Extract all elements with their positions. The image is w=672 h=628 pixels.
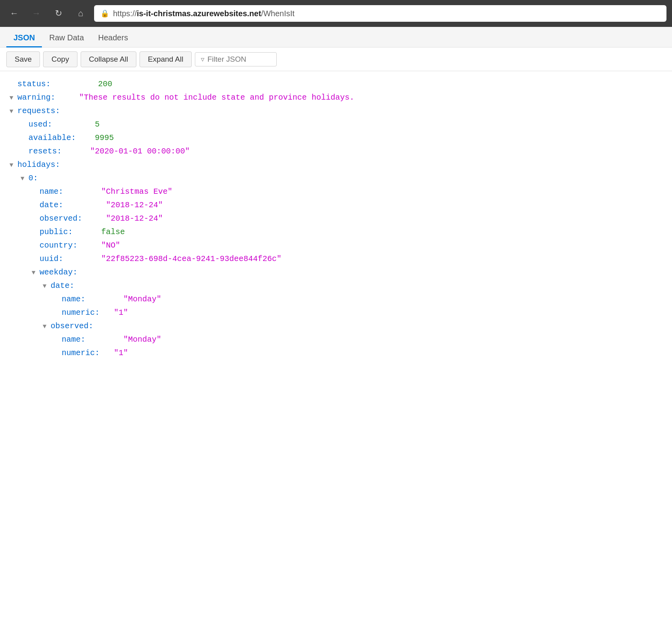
filter-input-wrap: ▿ (195, 52, 277, 66)
json-row-requests: requests: (9, 104, 663, 118)
holidays-toggle[interactable] (9, 160, 17, 171)
json-row-used: used: 5 (9, 118, 663, 131)
json-row-weekday-date-name: name: "Monday" (9, 293, 663, 306)
val-uuid: "22f85223-698d-4cea-9241-93dee844f26c" (101, 252, 281, 266)
json-row-observed: observed: "2018-12-24" (9, 212, 663, 225)
val-weekday-date-numeric: "1" (114, 306, 128, 320)
key-resets: resets: (28, 145, 62, 158)
val-date: "2018-12-24" (106, 199, 163, 212)
json-content: status: 200 warning: "These results do n… (0, 71, 672, 366)
key-country: country: (40, 239, 77, 252)
tab-raw-data[interactable]: Raw Data (42, 29, 91, 47)
val-name: "Christmas Eve" (101, 185, 172, 199)
json-row-weekday-date-numeric: numeric: "1" (9, 306, 663, 320)
key-name: name: (40, 185, 63, 199)
val-weekday-date-name: "Monday" (123, 293, 161, 306)
expand-all-button[interactable]: Expand All (140, 51, 192, 67)
copy-button[interactable]: Copy (43, 51, 77, 67)
json-row-holidays: holidays: (9, 158, 663, 172)
browser-chrome: ← → ↻ ⌂ 🔒 https://is-it-christmas.azurew… (0, 0, 672, 27)
url-domain: is-it-christmas.azurewebsites.net (137, 9, 261, 18)
json-row-resets: resets: "2020-01-01 00:00:00" (9, 145, 663, 158)
val-public: false (101, 225, 125, 239)
json-row-weekday: weekday: (9, 266, 663, 279)
lock-icon: 🔒 (100, 9, 109, 18)
json-row-name: name: "Christmas Eve" (9, 185, 663, 199)
key-date: date: (40, 199, 63, 212)
tab-headers[interactable]: Headers (91, 29, 135, 47)
key-available: available: (28, 131, 76, 145)
json-row-country: country: "NO" (9, 239, 663, 252)
weekday-date-toggle[interactable] (43, 281, 51, 292)
json-row-status: status: 200 (9, 78, 663, 91)
holiday-0-toggle[interactable] (21, 174, 28, 184)
val-country: "NO" (101, 239, 120, 252)
json-row-date: date: "2018-12-24" (9, 199, 663, 212)
json-row-weekday-date: date: (9, 279, 663, 293)
key-used: used: (28, 118, 52, 131)
val-weekday-observed-numeric: "1" (114, 346, 128, 360)
key-weekday: weekday: (40, 266, 77, 279)
reload-button[interactable]: ↻ (50, 5, 67, 22)
key-weekday-observed-name: name: (62, 333, 85, 346)
address-bar: 🔒 https://is-it-christmas.azurewebsites.… (94, 5, 666, 22)
warning-toggle[interactable] (9, 93, 17, 104)
val-available: 9995 (95, 131, 114, 145)
json-row-holiday-0: 0: (9, 172, 663, 185)
key-observed: observed: (40, 212, 82, 225)
url-text: https://is-it-christmas.azurewebsites.ne… (113, 9, 294, 18)
weekday-observed-toggle[interactable] (43, 322, 51, 332)
key-weekday-observed-numeric: numeric: (62, 346, 100, 360)
json-row-available: available: 9995 (9, 131, 663, 145)
home-button[interactable]: ⌂ (72, 5, 89, 22)
key-public: public: (40, 225, 73, 239)
json-row-warning: warning: "These results do not include s… (9, 91, 663, 104)
save-button[interactable]: Save (6, 51, 40, 67)
json-row-public: public: false (9, 225, 663, 239)
url-prefix: https:// (113, 9, 137, 18)
val-observed: "2018-12-24" (106, 212, 163, 225)
json-row-weekday-observed: observed: (9, 320, 663, 333)
back-button[interactable]: ← (6, 5, 23, 22)
key-holiday-0: 0: (28, 172, 38, 185)
key-holidays: holidays: (17, 158, 60, 172)
key-status: status: (17, 78, 51, 91)
key-requests: requests: (17, 104, 60, 118)
tab-bar: JSON Raw Data Headers (0, 27, 672, 47)
val-weekday-observed-name: "Monday" (123, 333, 161, 346)
json-row-uuid: uuid: "22f85223-698d-4cea-9241-93dee844f… (9, 252, 663, 266)
filter-icon: ▿ (201, 55, 204, 64)
forward-button[interactable]: → (28, 5, 45, 22)
filter-json-input[interactable] (208, 55, 271, 64)
key-uuid: uuid: (40, 252, 63, 266)
val-status: 200 (98, 78, 112, 91)
action-bar: Save Copy Collapse All Expand All ▿ (0, 47, 672, 71)
requests-toggle[interactable] (9, 106, 17, 117)
collapse-all-button[interactable]: Collapse All (81, 51, 136, 67)
val-used: 5 (95, 118, 100, 131)
url-path: /WhenIsIt (261, 9, 294, 18)
key-weekday-observed: observed: (51, 320, 93, 333)
val-warning: "These results do not include state and … (79, 91, 354, 104)
weekday-toggle[interactable] (32, 268, 40, 278)
key-warning: warning: (17, 91, 55, 104)
key-weekday-date-name: name: (62, 293, 85, 306)
json-row-weekday-observed-name: name: "Monday" (9, 333, 663, 346)
tab-json[interactable]: JSON (6, 29, 42, 47)
json-row-weekday-observed-numeric: numeric: "1" (9, 346, 663, 360)
key-weekday-date-numeric: numeric: (62, 306, 100, 320)
key-weekday-date: date: (51, 279, 74, 293)
val-resets: "2020-01-01 00:00:00" (90, 145, 190, 158)
